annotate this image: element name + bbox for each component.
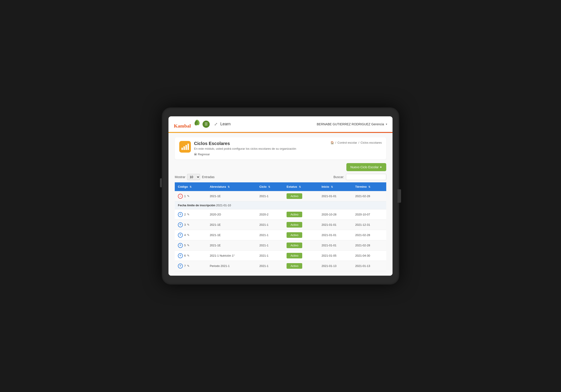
row-abreviatura: 2021-1E [206,191,256,201]
row-estatus: Activo [283,251,318,261]
table-head: Código ⇅ Abreviatura ⇅ Ciclo ⇅ Estatus ⇅… [175,182,386,191]
row-inicio: 2020-10-28 [318,209,352,220]
add-button[interactable]: + [178,243,183,248]
edit-icon: ✎ [187,264,190,268]
edit-button[interactable]: ✎ [187,195,190,198]
page-header-left: Ciclos Escolares En este módulo, usted p… [179,141,296,156]
edit-icon: ✎ [187,223,190,227]
row-estatus: Activo [283,209,318,220]
row-termino: 2021-04-30 [352,251,386,261]
app-header: Kambal ☰ ⤢ Learn BERNABE GUTIERREZ RODRI… [169,116,392,132]
status-badge: Activo [287,193,302,199]
row-inicio: 2021-01-01 [318,191,352,201]
row-inicio: 2021-01-01 [318,240,352,251]
sort-icon-codigo: ⇅ [190,186,192,188]
row-abreviatura: 2021-1E [206,240,256,251]
breadcrumb-control[interactable]: Control escolar [337,141,357,144]
page-header: Ciclos Escolares En este módulo, usted p… [175,137,386,160]
row-termino: 2021-02-28 [352,191,386,201]
row-estatus: Activo [283,230,318,240]
edit-button[interactable]: ✎ [187,223,190,227]
row-abreviatura: 2021-1 Nutrición 1° [206,251,256,261]
add-button[interactable]: + [178,253,183,258]
row-actions: + 3 ✎ [178,222,204,227]
user-dropdown-arrow[interactable]: ▾ [386,123,387,126]
col-ciclo[interactable]: Ciclo ⇅ [256,182,284,191]
edit-icon: ✎ [187,233,190,237]
breadcrumb-sep1: / [335,141,336,144]
row-abreviatura: 2020-2O [206,209,256,220]
col-termino[interactable]: Término ⇅ [352,182,386,191]
table-row: + 2 ✎2020-2O2020-2Activo2020-10-282020-1… [175,209,386,220]
row-ciclo: 2021-1 [256,251,284,261]
page-subtitle: En este módulo, usted podrá configurar l… [194,147,296,150]
row-actions: − 1 ✎ [178,194,204,199]
bar1 [182,148,183,150]
hamburger-button[interactable]: ☰ [203,121,210,128]
status-badge: Activo [287,243,302,248]
row-actions: + 4 ✎ [178,233,204,238]
row-id: 4 [184,233,186,237]
row-estatus: Activo [283,261,318,271]
edit-button[interactable]: ✎ [187,264,190,268]
row-code-cell: + 3 ✎ [175,220,206,230]
breadcrumb-sep2: / [358,141,359,144]
leaf-icon [192,120,200,127]
row-termino: 2021-02-28 [352,240,386,251]
edit-button[interactable]: ✎ [187,233,190,237]
breadcrumb: 🏠 / Control escolar / Ciclos escolares [330,141,382,144]
main-content: Ciclos Escolares En este módulo, usted p… [169,133,392,276]
row-abreviatura: 2021-1E [206,230,256,240]
entries-select[interactable]: 10 25 50 100 [187,174,200,180]
bar4 [187,144,189,150]
user-name: BERNABE GUTIERREZ RODRIGUEZ Gerencia [317,122,384,126]
nuevo-ciclo-button[interactable]: Nuevo Ciclo Escolar ✦ [346,163,386,171]
row-ciclo: 2021-1 [256,191,284,201]
regresar-label: Regresar [198,153,210,156]
search-label: Buscar: [334,175,344,179]
data-table: Código ⇅ Abreviatura ⇅ Ciclo ⇅ Estatus ⇅… [175,182,386,271]
add-button[interactable]: + [178,212,183,217]
edit-icon: ✎ [187,213,190,216]
row-actions: + 2 ✎ [178,212,204,217]
search-input[interactable] [346,174,386,180]
add-button[interactable]: + [178,222,183,227]
expand-button[interactable]: ⤢ [214,122,217,127]
table-row: + 7 ✎Periodo 2021-12021-1Activo2021-01-1… [175,261,386,271]
regresar-button[interactable]: 🏛 Regresar [194,153,210,156]
sort-icon-inicio: ⇅ [331,186,333,188]
row-termino: 2021-01-13 [352,261,386,271]
entries-label: Entradas [202,175,215,179]
row-code-cell: + 5 ✎ [175,240,206,251]
row-code-cell: + 6 ✎ [175,251,206,261]
bar3 [185,145,187,150]
edit-button[interactable]: ✎ [187,213,190,216]
page-title-area: Ciclos Escolares En este módulo, usted p… [194,141,296,156]
plus-icon: + [179,233,182,237]
plus-icon: + [179,243,182,248]
row-id: 7 [184,264,186,268]
row-id: 6 [184,254,186,257]
add-button[interactable]: + [178,233,183,238]
show-entries: Mostrar 10 25 50 100 Entradas [175,174,215,180]
row-ciclo: 2021-1 [256,261,284,271]
edit-button[interactable]: ✎ [187,254,190,257]
add-button[interactable]: + [178,264,183,268]
col-abreviatura[interactable]: Abreviatura ⇅ [206,182,256,191]
edit-icon: ✎ [187,244,190,247]
row-actions: + 7 ✎ [178,264,204,268]
col-inicio[interactable]: Inicio ⇅ [318,182,352,191]
table-row: + 4 ✎2021-1E2021-1Activo2021-01-012021-0… [175,230,386,240]
sort-icon-abreviatura: ⇅ [228,186,230,188]
home-icon[interactable]: 🏠 [330,141,334,144]
delete-button[interactable]: − [178,194,183,199]
row-ciclo: 2021-1 [256,240,284,251]
minus-icon: − [179,194,181,198]
edit-button[interactable]: ✎ [187,244,190,247]
col-codigo[interactable]: Código ⇅ [175,182,206,191]
table-controls: Mostrar 10 25 50 100 Entradas Buscar: [175,174,386,180]
col-estatus[interactable]: Estatus ⇅ [283,182,318,191]
status-badge: Activo [287,212,302,217]
table-row: + 5 ✎2021-1E2021-1Activo2021-01-012021-0… [175,240,386,251]
logo: Kambal [174,120,200,129]
